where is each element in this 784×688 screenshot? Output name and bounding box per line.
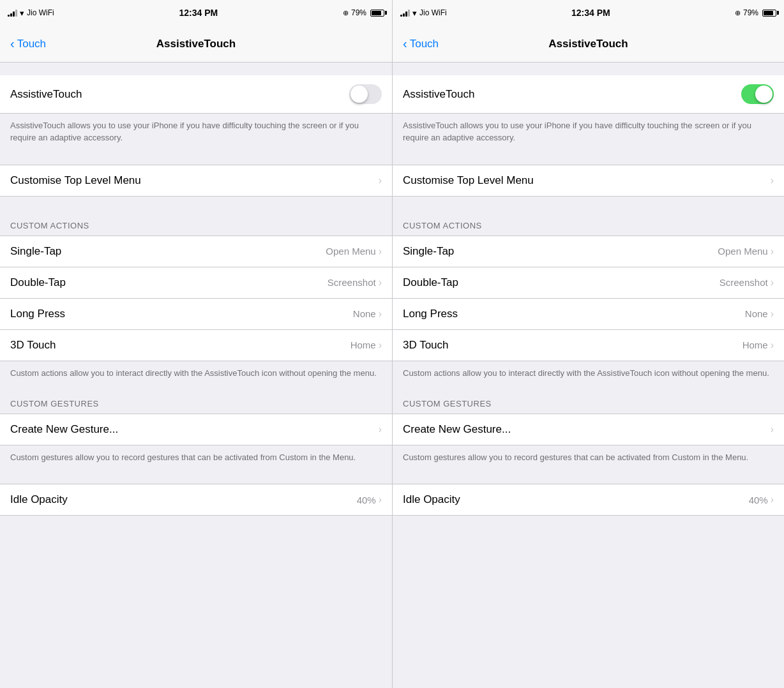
single-tap-row-right[interactable]: Single-Tap Open Menu › [393, 236, 784, 267]
back-button-right[interactable]: ‹ Touch [403, 38, 439, 50]
toggle-knob-left [351, 86, 368, 103]
idle-opacity-value-right: 40% [749, 495, 768, 505]
content-left: AssistiveTouch AssistiveTouch allows you… [0, 63, 392, 688]
custom-actions-footer-right: Custom actions allow you to interact dir… [393, 361, 784, 387]
status-left: ▾ Jio WiFi [8, 8, 54, 18]
customise-menu-row-left[interactable]: Customise Top Level Menu › [0, 165, 392, 196]
double-tap-right-left: Screenshot › [328, 277, 382, 288]
assistive-touch-toggle-left[interactable] [349, 84, 382, 104]
battery-percent-left: 79% [351, 8, 366, 17]
long-press-right-right: None › [745, 308, 774, 320]
description-right: AssistiveTouch allows you to use your iP… [393, 114, 784, 152]
time-right: 12:34 PM [571, 8, 610, 18]
create-gesture-right-left: › [379, 424, 382, 435]
custom-gestures-footer-left: Custom gestures allow you to record gest… [0, 445, 392, 472]
back-chevron-right: ‹ [403, 37, 407, 50]
customise-card-right: Customise Top Level Menu › [393, 165, 784, 197]
double-tap-right-right: Screenshot › [720, 277, 774, 288]
create-gesture-row-right[interactable]: Create New Gesture... › [393, 414, 784, 445]
idle-opacity-value-left: 40% [357, 495, 376, 505]
single-tap-value-right: Open Menu [718, 246, 767, 257]
long-press-label-left: Long Press [10, 308, 65, 320]
status-left-right: ▾ Jio WiFi [400, 8, 447, 18]
single-tap-value-left: Open Menu [326, 246, 375, 257]
assistive-touch-toggle-right[interactable] [741, 84, 774, 104]
3d-touch-label-left: 3D Touch [10, 339, 56, 352]
battery-icon-right [762, 10, 776, 17]
double-tap-value-right: Screenshot [720, 277, 768, 288]
nav-bar-left: ‹ Touch AssistiveTouch [0, 26, 392, 63]
idle-opacity-card-right: Idle Opacity 40% › [393, 484, 784, 516]
nav-title-right: AssistiveTouch [548, 38, 628, 50]
right-panel: ▾ Jio WiFi 12:34 PM ⊕ 79% ‹ Touch Assist… [392, 0, 784, 688]
double-tap-value-left: Screenshot [328, 277, 376, 288]
long-press-value-left: None [353, 308, 376, 319]
customise-menu-label-right: Customise Top Level Menu [403, 174, 534, 187]
customise-card-left: Customise Top Level Menu › [0, 165, 392, 197]
left-panel: ▾ Jio WiFi 12:34 PM ⊕ 79% ‹ Touch Assist… [0, 0, 392, 688]
double-tap-label-right: Double-Tap [403, 276, 458, 289]
double-tap-row-left[interactable]: Double-Tap Screenshot › [0, 267, 392, 299]
3d-touch-row-left[interactable]: 3D Touch Home › [0, 330, 392, 361]
signal-icon-right [400, 9, 410, 17]
3d-touch-label-right: 3D Touch [403, 339, 449, 352]
nav-title-left: AssistiveTouch [156, 38, 236, 50]
wifi-icon-right: ▾ [412, 8, 417, 18]
battery-percent-right: 79% [743, 8, 758, 17]
idle-opacity-chevron-right: › [771, 494, 774, 505]
content-right: AssistiveTouch AssistiveTouch allows you… [393, 63, 784, 688]
idle-opacity-row-left[interactable]: Idle Opacity 40% › [0, 484, 392, 515]
3d-touch-row-right[interactable]: 3D Touch Home › [393, 330, 784, 361]
3d-touch-chevron-right: › [771, 340, 774, 351]
back-label-left: Touch [17, 38, 46, 50]
single-tap-chevron-left: › [379, 246, 382, 257]
long-press-label-right: Long Press [403, 308, 458, 320]
signal-icon [8, 9, 17, 17]
custom-actions-header-right: CUSTOM ACTIONS [393, 209, 784, 236]
idle-opacity-right-right: 40% › [749, 494, 774, 505]
long-press-right-left: None › [353, 308, 382, 320]
top-space-left [0, 63, 392, 75]
custom-gestures-card-left: Create New Gesture... › [0, 414, 392, 445]
long-press-row-left[interactable]: Long Press None › [0, 299, 392, 330]
assistive-touch-toggle-row-left: AssistiveTouch [0, 75, 392, 114]
status-bar-right: ▾ Jio WiFi 12:34 PM ⊕ 79% [393, 0, 784, 26]
create-gesture-row-left[interactable]: Create New Gesture... › [0, 414, 392, 445]
custom-actions-card-left: Single-Tap Open Menu › Double-Tap Screen… [0, 236, 392, 361]
customise-menu-right-right: › [771, 175, 774, 186]
toggle-label-left: AssistiveTouch [10, 88, 82, 101]
custom-gestures-footer-right: Custom gestures allow you to record gest… [393, 445, 784, 472]
custom-gestures-header-right: CUSTOM GESTURES [393, 387, 784, 414]
single-tap-chevron-right: › [771, 246, 774, 257]
double-tap-row-right[interactable]: Double-Tap Screenshot › [393, 267, 784, 299]
long-press-row-right[interactable]: Long Press None › [393, 299, 784, 330]
create-gesture-chevron-left: › [379, 424, 382, 435]
idle-opacity-row-right[interactable]: Idle Opacity 40% › [393, 484, 784, 515]
assistive-touch-toggle-row-right: AssistiveTouch [393, 75, 784, 114]
status-right-left: ⊕ 79% [343, 8, 384, 17]
idle-opacity-card-left: Idle Opacity 40% › [0, 484, 392, 516]
create-gesture-label-right: Create New Gesture... [403, 423, 511, 436]
back-button-left[interactable]: ‹ Touch [10, 38, 46, 50]
long-press-value-right: None [745, 308, 768, 319]
location-icon-right: ⊕ [735, 9, 741, 17]
toggle-label-right: AssistiveTouch [403, 88, 474, 101]
custom-actions-card-right: Single-Tap Open Menu › Double-Tap Screen… [393, 236, 784, 361]
single-tap-row-left[interactable]: Single-Tap Open Menu › [0, 236, 392, 267]
single-tap-label-left: Single-Tap [10, 245, 61, 258]
top-space-right [393, 63, 784, 75]
customise-chevron-left: › [379, 175, 382, 186]
description-left: AssistiveTouch allows you to use your iP… [0, 114, 392, 152]
long-press-chevron-right: › [771, 308, 774, 320]
single-tap-right-left: Open Menu › [326, 246, 382, 257]
customise-menu-label-left: Customise Top Level Menu [10, 174, 141, 187]
custom-gestures-card-right: Create New Gesture... › [393, 414, 784, 445]
customise-chevron-right: › [771, 175, 774, 186]
battery-icon-left [370, 10, 384, 17]
toggle-knob-right [755, 86, 773, 103]
idle-opacity-right-left: 40% › [357, 494, 382, 505]
create-gesture-label-left: Create New Gesture... [10, 423, 118, 436]
customise-menu-row-right[interactable]: Customise Top Level Menu › [393, 165, 784, 196]
custom-actions-header-left: CUSTOM ACTIONS [0, 209, 392, 236]
status-right-right: ⊕ 79% [735, 8, 776, 17]
